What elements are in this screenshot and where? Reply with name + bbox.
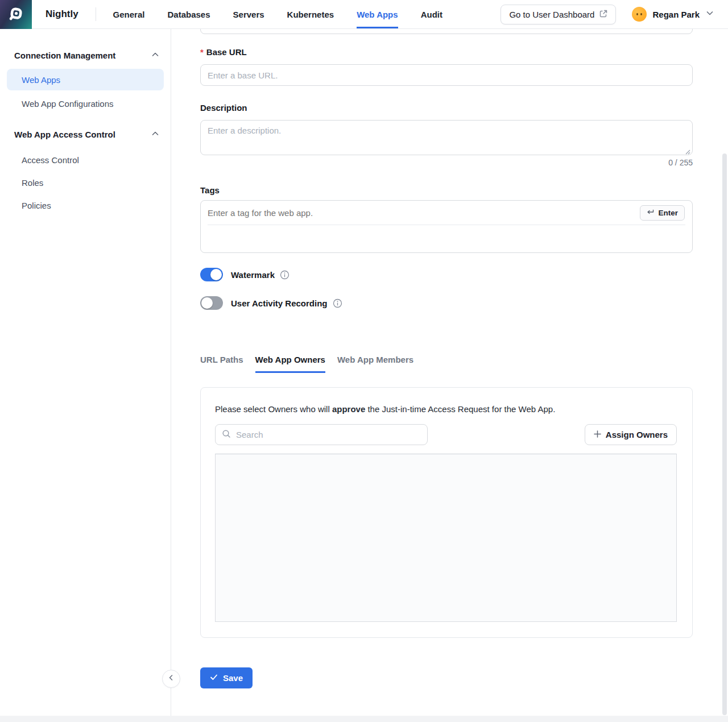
user-name: Regan Park xyxy=(652,10,700,19)
activity-recording-row: User Activity Recording xyxy=(200,296,342,310)
description-char-counter: 0 / 255 xyxy=(200,158,693,167)
sidebar-item-roles[interactable]: Roles xyxy=(7,172,164,193)
description-label: Description xyxy=(200,103,247,113)
tags-field[interactable]: Enter xyxy=(200,200,693,253)
chevron-up-icon[interactable] xyxy=(151,51,159,60)
sidebar: Connection Management Web Apps Web App C… xyxy=(0,29,171,716)
tags-label: Tags xyxy=(200,185,220,195)
watermark-label: Watermark xyxy=(231,270,275,280)
base-url-label: *Base URL xyxy=(200,47,247,57)
base-url-input[interactable] xyxy=(200,64,693,86)
label-text: Base URL xyxy=(206,47,247,57)
tags-input[interactable] xyxy=(208,208,640,218)
chevron-down-icon[interactable] xyxy=(705,9,714,20)
help-text-suffix: the Just-in-time Access Request for the … xyxy=(365,404,555,414)
external-link-icon xyxy=(599,10,607,19)
tab-url-paths[interactable]: URL Paths xyxy=(200,355,243,373)
owners-search-input[interactable] xyxy=(236,430,421,439)
nav-menu: General Databases Servers Kubernetes Web… xyxy=(113,0,442,28)
tags-input-row: Enter xyxy=(208,201,685,225)
watermark-row: Watermark xyxy=(200,268,289,281)
sidebar-section-connection-management[interactable]: Connection Management xyxy=(14,51,159,60)
nav-item-servers[interactable]: Servers xyxy=(233,0,264,28)
vertical-scrollbar[interactable] xyxy=(722,153,727,715)
sidebar-item-web-app-configurations[interactable]: Web App Configurations xyxy=(7,93,164,114)
assign-owners-button[interactable]: Assign Owners xyxy=(585,424,677,445)
owners-empty-table xyxy=(215,454,677,622)
chevron-up-icon[interactable] xyxy=(151,130,159,139)
sidebar-item-label: Roles xyxy=(22,178,43,188)
dashboard-button-label: Go to User Dashboard xyxy=(509,10,594,19)
sidebar-item-label: Web App Configurations xyxy=(22,99,114,109)
nav-item-databases[interactable]: Databases xyxy=(167,0,210,28)
tab-web-app-members[interactable]: Web App Members xyxy=(337,355,413,373)
info-icon[interactable] xyxy=(333,298,342,308)
app-logo[interactable] xyxy=(0,0,32,29)
info-icon[interactable] xyxy=(280,270,289,280)
sidebar-item-access-control[interactable]: Access Control xyxy=(7,149,164,171)
sidebar-item-policies[interactable]: Policies xyxy=(7,194,164,216)
toggle-knob xyxy=(210,269,222,280)
user-avatar[interactable] xyxy=(632,7,647,22)
save-button-label: Save xyxy=(223,673,243,683)
check-icon xyxy=(210,673,218,683)
top-nav: Nightly General Databases Servers Kubern… xyxy=(0,0,728,29)
nav-item-general[interactable]: General xyxy=(113,0,145,28)
section-title: Connection Management xyxy=(14,51,115,60)
sidebar-section-web-app-access-control[interactable]: Web App Access Control xyxy=(14,130,159,139)
tab-web-app-owners[interactable]: Web App Owners xyxy=(255,355,325,373)
tag-enter-button[interactable]: Enter xyxy=(640,205,685,221)
nav-divider xyxy=(96,7,96,21)
watermark-toggle[interactable] xyxy=(200,268,223,281)
nav-item-audit[interactable]: Audit xyxy=(421,0,442,28)
footer-strip xyxy=(0,716,728,722)
web-app-detail-page: Nightly General Databases Servers Kubern… xyxy=(0,0,728,722)
user-activity-recording-toggle[interactable] xyxy=(200,296,223,310)
brand-name: Nightly xyxy=(46,9,78,20)
save-button[interactable]: Save xyxy=(200,667,253,688)
nav-item-web-apps[interactable]: Web Apps xyxy=(357,0,398,28)
help-text-prefix: Please select Owners who will xyxy=(215,404,332,414)
web-app-owners-panel: Please select Owners who will approve th… xyxy=(200,387,693,638)
sidebar-item-label: Web Apps xyxy=(22,75,60,85)
owners-search-field[interactable] xyxy=(215,424,428,445)
help-text-bold: approve xyxy=(332,404,365,414)
required-mark: * xyxy=(200,47,204,57)
owners-help-text: Please select Owners who will approve th… xyxy=(215,404,555,414)
sidebar-item-web-apps[interactable]: Web Apps xyxy=(7,69,164,90)
toggle-knob xyxy=(201,297,213,309)
sidebar-collapse-button[interactable] xyxy=(162,670,180,688)
search-icon xyxy=(222,429,231,441)
activity-recording-label: User Activity Recording xyxy=(231,298,328,308)
nav-item-kubernetes[interactable]: Kubernetes xyxy=(287,0,334,28)
sidebar-item-label: Policies xyxy=(22,201,51,210)
detail-tabs: URL Paths Web App Owners Web App Members xyxy=(200,355,413,373)
section-title: Web App Access Control xyxy=(14,130,115,139)
nav-right: Go to User Dashboard Regan Park xyxy=(500,0,728,28)
description-textarea[interactable] xyxy=(200,120,693,155)
chevron-left-icon xyxy=(167,674,175,684)
enter-key-icon xyxy=(647,209,654,217)
sidebar-item-label: Access Control xyxy=(22,155,79,165)
querypie-logo-icon xyxy=(8,6,24,24)
enter-button-label: Enter xyxy=(658,209,678,217)
plus-icon xyxy=(594,430,601,439)
go-to-user-dashboard-button[interactable]: Go to User Dashboard xyxy=(500,5,616,24)
assign-button-label: Assign Owners xyxy=(606,430,668,439)
